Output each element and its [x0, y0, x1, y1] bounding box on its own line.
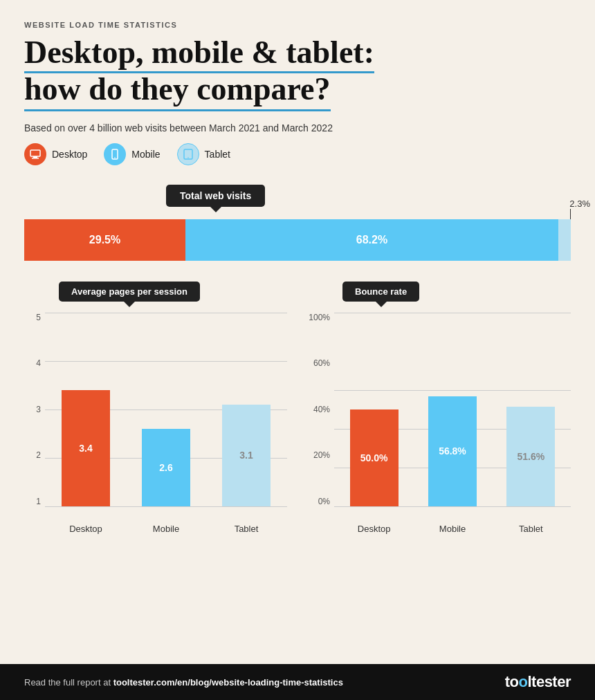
- total-bar: 29.5% 68.2% 2.3%: [24, 219, 571, 261]
- legend-tablet: Tablet: [177, 143, 230, 165]
- svg-point-4: [115, 157, 116, 158]
- bar-tablet: 2.3%: [558, 219, 571, 261]
- bounce-chart-wrapper: Bounce rate 100% 60% 40% 20% 0%: [308, 282, 571, 534]
- main-title: Desktop, mobile & tablet: how do they co…: [24, 35, 571, 111]
- main-container: WEBSITE LOAD TIME STATISTICS Desktop, mo…: [0, 0, 595, 664]
- bounce-tooltip: Bounce rate: [342, 282, 419, 302]
- pages-desktop-value: 3.4: [79, 443, 92, 454]
- bounce-mobile-value: 56.8%: [439, 445, 466, 457]
- y-label-1: 1: [36, 497, 41, 506]
- footer-logo: tooltester: [505, 673, 571, 691]
- svg-point-6: [187, 157, 189, 158]
- svg-rect-1: [33, 156, 37, 158]
- bounce-x-tablet: Tablet: [498, 524, 564, 534]
- pages-x-desktop: Desktop: [52, 524, 120, 534]
- mobile-icon: [104, 143, 126, 165]
- y-label-40: 40%: [313, 405, 330, 414]
- y-label-5: 5: [36, 313, 41, 322]
- y-label-3: 3: [36, 405, 41, 414]
- bounce-x-mobile: Mobile: [419, 524, 485, 534]
- tablet-pct-label: 2.3%: [569, 199, 590, 209]
- footer-link[interactable]: tooltester.com/en/blog/website-loading-t…: [113, 677, 343, 688]
- legend-mobile: Mobile: [104, 143, 160, 165]
- subtitle: WEBSITE LOAD TIME STATISTICS: [24, 21, 571, 29]
- legend-desktop: Desktop: [24, 143, 87, 165]
- legend: Desktop Mobile Tablet: [24, 143, 571, 165]
- y-label-20: 20%: [313, 450, 330, 460]
- total-bar-tooltip: Total web visits: [166, 185, 265, 207]
- charts-section: Average pages per session 5 4 3 2 1: [24, 282, 571, 534]
- y-label-0: 0%: [318, 497, 330, 506]
- pages-x-tablet: Tablet: [212, 524, 280, 534]
- pages-tooltip: Average pages per session: [59, 282, 200, 302]
- pages-mobile-value: 2.6: [159, 462, 172, 473]
- footer-text: Read the full report at tooltester.com/e…: [24, 677, 343, 688]
- y-label-60: 60%: [313, 358, 330, 368]
- description: Based on over 4 billion web visits betwe…: [24, 122, 571, 133]
- y-label-100: 100%: [309, 313, 330, 322]
- pages-x-mobile: Mobile: [132, 524, 200, 534]
- bar-mobile: 68.2%: [185, 219, 558, 261]
- pages-tablet-value: 3.1: [239, 450, 253, 461]
- pages-chart-wrapper: Average pages per session 5 4 3 2 1: [24, 282, 287, 534]
- bounce-tablet-value: 51.6%: [517, 451, 544, 462]
- bounce-desktop-value: 50.0%: [360, 452, 388, 463]
- footer: Read the full report at tooltester.com/e…: [0, 664, 595, 700]
- svg-rect-0: [30, 150, 40, 156]
- bounce-x-desktop: Desktop: [341, 524, 407, 534]
- tablet-icon: [177, 143, 199, 165]
- total-bar-section: Total web visits 29.5% 68.2% 2.3%: [24, 185, 571, 261]
- tablet-line: [570, 209, 571, 219]
- desktop-icon: [24, 143, 46, 165]
- svg-rect-2: [32, 158, 39, 159]
- bar-desktop: 29.5%: [24, 219, 185, 261]
- y-label-4: 4: [36, 358, 41, 368]
- y-label-2: 2: [36, 450, 41, 460]
